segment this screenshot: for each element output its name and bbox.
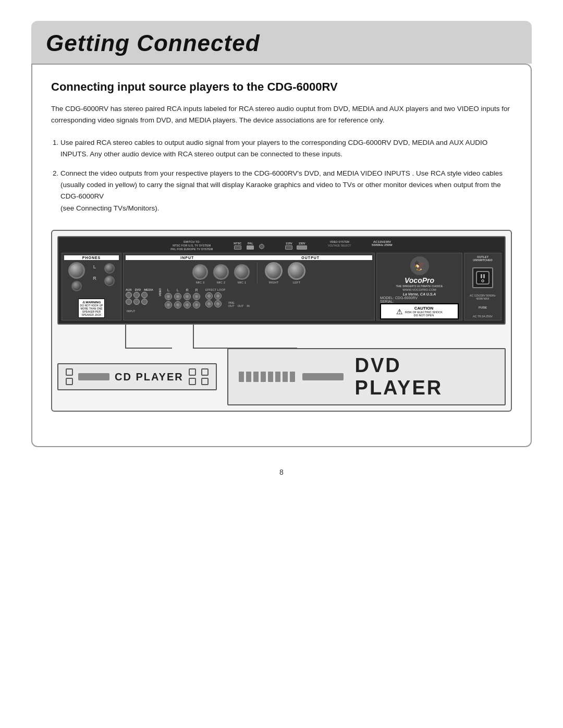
input-label: INPUT xyxy=(126,255,249,260)
players-row: CD PLAYER xyxy=(57,348,506,405)
cd-player-label: CD PLAYER xyxy=(115,371,183,383)
phones-section: PHONES L R xyxy=(62,253,121,320)
step-1: Use paired RCA stereo cables to output a… xyxy=(60,137,512,161)
phones-label: PHONES xyxy=(64,255,119,260)
outlet-spec: AC 115/230V 50/60Hz400W MAX xyxy=(470,294,496,300)
title-box: Getting Connected xyxy=(31,21,532,64)
connection-lines xyxy=(57,325,506,348)
fuse-label: FUSE xyxy=(479,306,487,309)
intro-text: The CDG-6000RV has stereo paired RCA inp… xyxy=(51,103,512,126)
warning-box: ⚠ WARNING DO NOT HOOK UP MORE THAN ONE S… xyxy=(78,299,105,318)
dvd-slots xyxy=(239,372,295,382)
cd-player-box: CD PLAYER xyxy=(57,363,217,390)
output-label: OUTPUT xyxy=(249,255,373,260)
svg-rect-1 xyxy=(481,274,482,278)
brand-url: WWW.VOCOPRO.COM xyxy=(396,288,443,291)
fuse-spec: AC T6.3A 250V xyxy=(473,315,493,318)
model-info: MODEL: CDG-6000RV SERIAL: xyxy=(380,296,459,303)
title-section: Getting Connected Connecting input sourc… xyxy=(31,21,532,447)
cd-icons-right2 xyxy=(201,368,209,385)
mic1-label: MIC 1 xyxy=(238,281,246,284)
brand-location: La Verne, CA U.S.A xyxy=(396,292,443,296)
dvd-player-box: DVD PLAYER xyxy=(227,348,506,405)
cd-icons-left xyxy=(66,368,73,385)
mic2-label: MIC 2 xyxy=(217,281,225,284)
brand-tagline: THE SINGER'S ULTIMATE CHOICE xyxy=(396,285,443,288)
caution-box: ⚠ CAUTION RISK OF ELECTRIC SHOCK DO NOT … xyxy=(380,303,459,319)
panel-wrapper: SWITCH TO:NTSC FOR U.S. TV SYSTEMPAL FOR… xyxy=(57,236,506,325)
subtitle: Connecting input source players to the C… xyxy=(51,80,512,94)
model-number: MODEL: CDG-6000RV xyxy=(380,296,459,300)
brand-name: VocoPro xyxy=(396,276,443,285)
right-section: 🦅 VocoPro THE SINGER'S ULTIMATE CHOICE W… xyxy=(376,253,462,320)
input-section: INPUT OUTPUT MIC 3 xyxy=(123,253,375,320)
page-container: Getting Connected Connecting input sourc… xyxy=(0,0,563,728)
mic3-label: MIC 3 xyxy=(196,281,204,284)
page-number: 8 xyxy=(31,468,532,476)
outlet-label: OUTLETUNSWITCHED xyxy=(473,255,492,262)
left-label: LEFT xyxy=(293,281,301,284)
serial-number: SERIAL: xyxy=(380,300,459,303)
logo-area: 🦅 VocoPro THE SINGER'S ULTIMATE CHOICE W… xyxy=(396,256,443,296)
cd-icons-right1 xyxy=(189,368,196,385)
steps-list: Use paired RCA stereo cables to output a… xyxy=(51,137,512,214)
dvd-player-label: DVD PLAYER xyxy=(355,354,494,399)
outlet-symbol xyxy=(472,267,493,288)
page-title: Getting Connected xyxy=(46,30,517,56)
step-2: Connect the video outputs from your resp… xyxy=(60,168,512,214)
outlet-section: OUTLETUNSWITCHED AC 115/230V 50 xyxy=(464,253,501,320)
main-content: Connecting input source players to the C… xyxy=(31,64,532,447)
right-label: RIGHT xyxy=(269,281,279,284)
diagram-container: SWITCH TO:NTSC FOR U.S. TV SYSTEMPAL FOR… xyxy=(51,230,512,412)
svg-rect-2 xyxy=(483,274,485,278)
